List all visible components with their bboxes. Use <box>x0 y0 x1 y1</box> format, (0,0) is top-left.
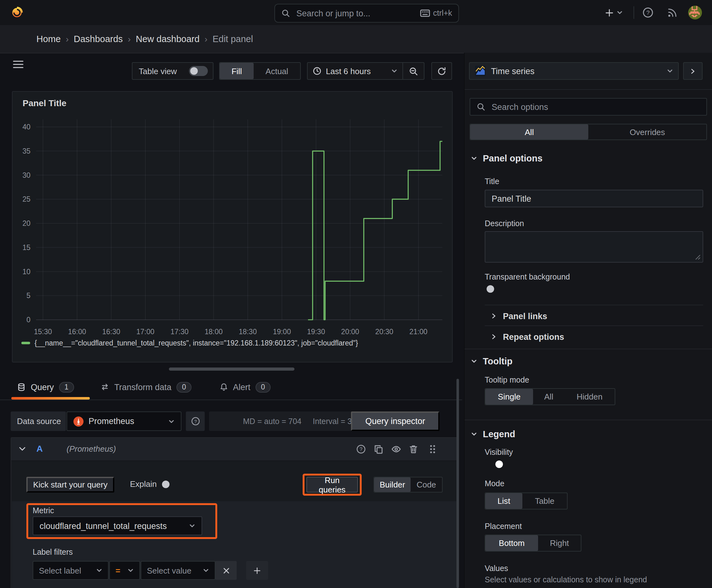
fill-option[interactable]: Fill <box>220 63 254 79</box>
breadcrumb-item-home[interactable]: Home <box>37 34 61 44</box>
nav-bar: Home›Dashboards›New dashboard›Edit panel… <box>0 25 712 54</box>
query-options-summary[interactable]: MD = auto = 704 Interval = 30s <box>209 412 359 431</box>
toggle-options-pane-button[interactable] <box>683 62 703 80</box>
query-row-header[interactable]: A (Prometheus) ? <box>11 438 458 461</box>
legend-mode-table[interactable]: Table <box>522 493 567 509</box>
select-label-dropdown[interactable]: Select label <box>33 561 109 580</box>
x-axis-tick-label: 16:30 <box>102 328 120 336</box>
section-divider <box>465 349 712 349</box>
query-inspector-button[interactable]: Query inspector <box>351 412 439 431</box>
description-textarea[interactable] <box>486 232 703 262</box>
refresh-button[interactable] <box>431 62 452 80</box>
panel-options-section-header[interactable]: Panel options <box>471 153 542 163</box>
select-value-dropdown[interactable]: Select value <box>141 561 215 580</box>
tab-transform-data[interactable]: Transform data 0 <box>101 379 192 395</box>
add-filter-button[interactable] <box>246 561 268 580</box>
menu-hamburger-icon[interactable] <box>13 60 24 68</box>
metric-dropdown[interactable]: cloudflared_tunnel_total_requests <box>33 517 202 535</box>
global-search-input[interactable] <box>295 8 415 19</box>
options-filter-tabs: All Overrides <box>470 124 707 140</box>
search-options-input[interactable] <box>486 102 706 111</box>
x-axis-tick-label: 16:00 <box>68 328 86 336</box>
news-rss-icon[interactable] <box>667 7 678 18</box>
time-range-picker[interactable]: Last 6 hours <box>308 63 403 79</box>
code-option[interactable]: Code <box>411 478 442 492</box>
table-view-toggle[interactable] <box>189 66 208 76</box>
kick-start-query-button[interactable]: Kick start your query <box>26 477 114 492</box>
builder-option[interactable]: Builder <box>374 478 411 492</box>
chart-legend-item[interactable]: {__name__="cloudflared_tunnel_total_requ… <box>21 339 358 347</box>
grafana-edit-panel: ctrl+k ? <box>0 0 712 588</box>
datasource-name: Prometheus <box>88 417 134 426</box>
datasource-label: Data source <box>11 412 66 431</box>
main-scrollbar[interactable] <box>456 379 459 588</box>
panel-title-input[interactable] <box>486 194 703 203</box>
panel-title-field[interactable] <box>485 190 703 207</box>
metric-value: cloudflared_tunnel_total_requests <box>40 521 167 530</box>
remove-filter-button[interactable] <box>215 561 237 580</box>
datasource-picker[interactable]: Prometheus <box>67 412 181 431</box>
search-shortcut: ctrl+k <box>420 9 452 18</box>
user-avatar[interactable] <box>688 6 702 19</box>
breadcrumb-item-edit-panel: Edit panel <box>213 34 253 44</box>
label-filters-label: Label filters <box>33 548 73 556</box>
time-series-chart[interactable]: 15:3016:0016:3017:0017:3018:0018:3019:00… <box>13 92 452 362</box>
y-axis-tick-label: 20 <box>22 219 30 227</box>
x-axis-tick-label: 17:00 <box>136 328 154 336</box>
y-axis-tick-label: 10 <box>22 268 30 276</box>
delete-query-trash-icon[interactable] <box>409 444 418 454</box>
tab-overrides[interactable]: Overrides <box>588 124 706 140</box>
tooltip-mode-single[interactable]: Single <box>486 389 533 404</box>
tooltip-mode-all[interactable]: All <box>533 389 564 404</box>
description-field[interactable] <box>485 231 703 262</box>
tooltip-section-header[interactable]: Tooltip <box>471 356 513 366</box>
breadcrumb: Home›Dashboards›New dashboard›Edit panel <box>37 25 253 53</box>
tab-alert[interactable]: Alert 0 <box>220 379 271 395</box>
datasource-help-button[interactable]: ? <box>186 412 205 431</box>
table-view-label: Table view <box>139 66 177 76</box>
tab-transform-label: Transform data <box>114 382 171 392</box>
tooltip-mode-hidden[interactable]: Hidden <box>564 389 615 404</box>
breadcrumb-item-dashboards[interactable]: Dashboards <box>74 34 123 44</box>
svg-text:?: ? <box>360 447 363 452</box>
section-divider <box>465 420 712 420</box>
prometheus-icon <box>73 416 84 426</box>
query-help-icon[interactable]: ? <box>356 444 366 454</box>
resize-handle-icon[interactable] <box>695 254 701 260</box>
legend-series-color <box>21 342 30 344</box>
legend-heading: Legend <box>483 429 515 439</box>
pane-resize-handle[interactable] <box>169 368 295 370</box>
collapse-chevron-icon[interactable] <box>19 447 26 452</box>
chevron-down-icon <box>617 9 623 16</box>
legend-section-header[interactable]: Legend <box>471 429 515 439</box>
zoom-out-button[interactable] <box>404 63 424 79</box>
breadcrumb-item-new-dashboard[interactable]: New dashboard <box>136 34 199 44</box>
operator-dropdown[interactable]: = <box>109 561 140 580</box>
repeat-options-section[interactable]: Repeat options <box>491 331 564 343</box>
create-menu-button[interactable] <box>605 5 623 20</box>
x-axis-tick-label: 18:00 <box>205 328 223 336</box>
search-options-field[interactable] <box>470 98 707 115</box>
svg-text:?: ? <box>646 9 650 16</box>
grafana-logo-icon[interactable] <box>10 6 24 19</box>
x-axis-tick-label: 19:30 <box>307 328 325 336</box>
chevron-down-icon <box>471 358 477 364</box>
legend-placement-right[interactable]: Right <box>538 535 581 551</box>
tooltip-heading: Tooltip <box>483 356 513 366</box>
help-icon[interactable]: ? <box>642 7 654 18</box>
zoom-out-icon <box>409 66 418 76</box>
tab-all[interactable]: All <box>470 124 588 140</box>
run-queries-button[interactable]: Run queries <box>306 477 358 492</box>
time-series-viz-icon <box>475 65 486 77</box>
legend-placement-bottom[interactable]: Bottom <box>486 535 538 551</box>
legend-mode-list[interactable]: List <box>486 493 522 509</box>
toggle-visibility-eye-icon[interactable] <box>391 444 401 454</box>
actual-option[interactable]: Actual <box>254 63 300 79</box>
chevron-right-icon <box>491 313 497 319</box>
drag-handle-icon[interactable] <box>428 444 437 454</box>
duplicate-query-icon[interactable] <box>373 444 384 454</box>
tab-query[interactable]: Query 1 <box>17 379 74 395</box>
global-search[interactable]: ctrl+k <box>274 4 459 23</box>
visualization-picker[interactable]: Time series <box>469 62 679 80</box>
panel-links-section[interactable]: Panel links <box>491 310 547 322</box>
